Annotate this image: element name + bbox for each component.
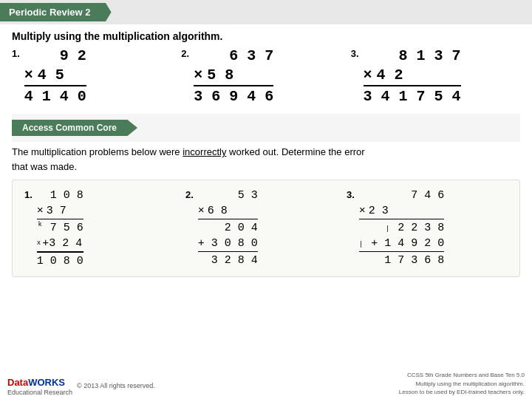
incorrectly-word: incorrectly: [183, 146, 226, 157]
logo-works: WORKS: [28, 377, 65, 388]
header-title: Periodic Review 2: [9, 7, 91, 18]
error-problem1-num: 1.: [24, 189, 33, 200]
error-problem-2: 2. 5 3 × 6 8 2 0 4 + 3 0 8 0 3 2 8 4: [185, 188, 347, 269]
footer-left: DataWORKS Educational Research © 2013 Al…: [7, 375, 155, 396]
description-text: The multiplication problems below were i…: [12, 145, 520, 174]
error-problems-container: 1. 1 0 8 × 3 7 k 7 5 6 x + 3 2 4 1 0 8 0: [12, 180, 520, 277]
error-problem3-math: 7 4 6 × 2 3 | 2 2 3 8 | + 1 4 9 2 0 1 7 …: [359, 188, 444, 268]
problem1-math: 9 2 × 4 5 4 1 4 0: [24, 47, 86, 106]
problem3-math: 8 1 3 7 × 4 2 3 4 1 7 5 4: [364, 47, 461, 106]
problem1-num: 1.: [12, 48, 20, 59]
problem3-num: 3.: [351, 48, 359, 59]
problem-2: 2. 6 3 7 × 5 8 3 6 9 4 6: [181, 47, 350, 106]
problem-1: 1. 9 2 × 4 5 4 1 4 0: [12, 47, 181, 106]
error-problem-1: 1. 1 0 8 × 3 7 k 7 5 6 x + 3 2 4 1 0 8 0: [24, 188, 185, 269]
problem2-math: 6 3 7 × 5 8 3 6 9 4 6: [194, 47, 273, 106]
error-problem1-math: 1 0 8 × 3 7 k 7 5 6 x + 3 2 4 1 0 8 0: [37, 188, 83, 269]
header-row: Periodic Review 2: [0, 0, 532, 24]
error-problem-3: 3. 7 4 6 × 2 3 | 2 2 3 8 | + 1 4 9 2 0 1…: [347, 188, 508, 269]
section1-title: Multiply using the multiplication algori…: [12, 30, 520, 42]
error-problem2-num: 2.: [185, 189, 194, 200]
section1-problems: 1. 9 2 × 4 5 4 1 4 0 2. 6 3 7 × 5 8 3 6 …: [12, 47, 520, 106]
error-problem2-math: 5 3 × 6 8 2 0 4 + 3 0 8 0 3 2 8 4: [198, 188, 258, 268]
footer-copyright: © 2013 All rights reserved.: [77, 382, 155, 389]
footer-lesson-desc: Multiply using the multiplication algori…: [399, 380, 525, 388]
logo-sub: Educational Research: [7, 389, 72, 396]
footer-right: CCSS 5th Grade Numbers and Base Ten 5.0 …: [399, 371, 525, 396]
footer: DataWORKS Educational Research © 2013 Al…: [0, 368, 532, 399]
error-problem3-num: 3.: [347, 189, 355, 200]
section2-label-row: Access Common Core: [12, 114, 520, 142]
main-content: Multiply using the multiplication algori…: [0, 24, 532, 283]
problem2-num: 2.: [181, 48, 189, 59]
header-label: Periodic Review 2: [0, 3, 112, 21]
logo: DataWORKS Educational Research: [7, 375, 72, 396]
footer-usage: Lesson to be used by EDI-trained teacher…: [399, 388, 525, 396]
section2-label: Access Common Core: [12, 120, 137, 136]
logo-data: Data: [7, 377, 28, 388]
footer-ccss: CCSS 5th Grade Numbers and Base Ten 5.0: [399, 371, 525, 379]
problem-3: 3. 8 1 3 7 × 4 2 3 4 1 7 5 4: [351, 47, 520, 106]
